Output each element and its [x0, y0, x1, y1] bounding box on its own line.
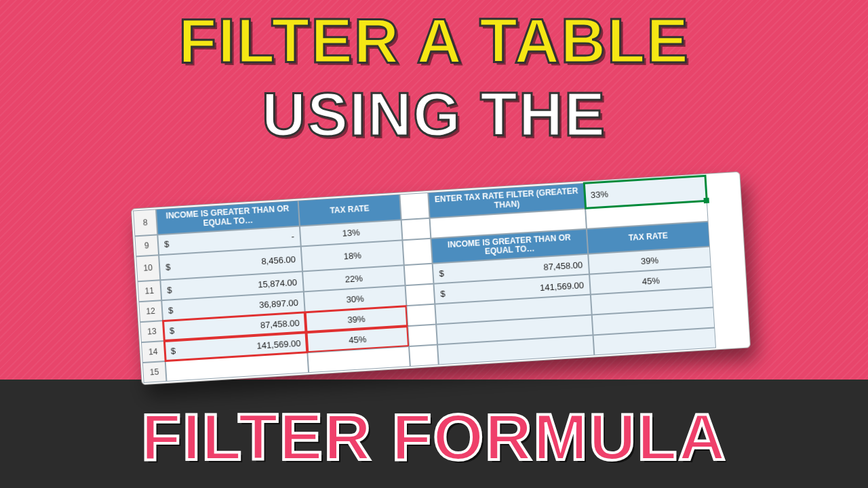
title-line-3: FILTER FORMULA	[0, 400, 868, 474]
gap-cell	[408, 325, 437, 347]
gap-cell	[401, 218, 431, 240]
row-number: 13	[140, 321, 164, 342]
gap-cell	[399, 192, 429, 220]
gap-cell	[402, 238, 432, 265]
spreadsheet-grid: 8 INCOME IS GREATER THAN OR EQUAL TO… TA…	[131, 171, 751, 386]
spreadsheet-mock: 8 INCOME IS GREATER THAN OR EQUAL TO… TA…	[131, 171, 751, 386]
gap-cell	[406, 304, 436, 327]
row-number: 10	[136, 255, 160, 282]
row-number: 15	[142, 361, 167, 383]
row-number: 9	[134, 235, 159, 256]
row-number: 8	[133, 209, 157, 236]
gap-cell	[406, 284, 435, 306]
row-number: 11	[137, 280, 161, 302]
gap-cell	[404, 264, 434, 286]
row-number: 12	[138, 300, 163, 322]
gap-cell	[409, 345, 439, 367]
row-number: 14	[141, 341, 165, 363]
title-line-1: FILTER A TABLE	[0, 5, 868, 77]
title-line-2: USING THE	[0, 80, 868, 150]
